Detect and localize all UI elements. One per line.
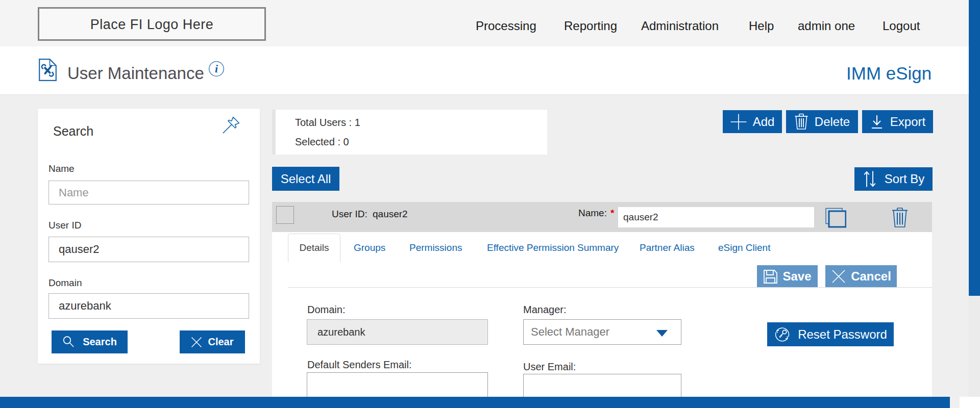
svg-text:i: i bbox=[215, 62, 218, 75]
